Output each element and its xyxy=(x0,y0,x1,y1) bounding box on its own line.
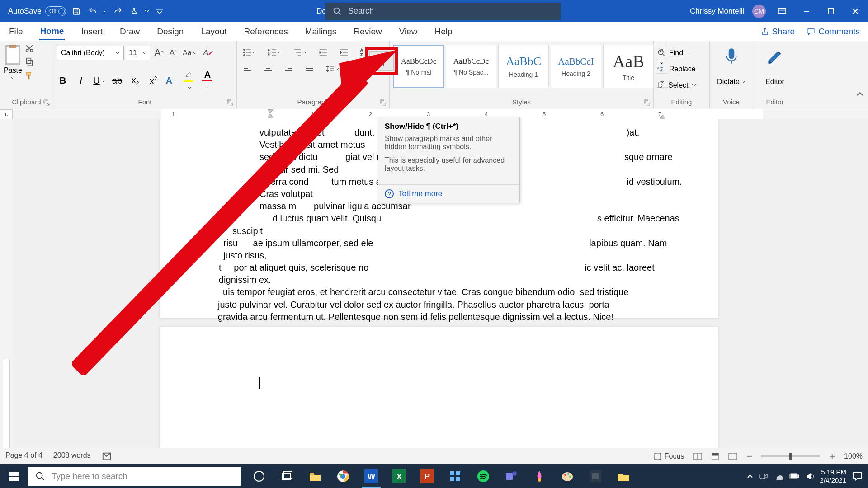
indent-marker-icon[interactable] xyxy=(267,108,274,118)
font-color-icon[interactable]: A xyxy=(202,70,213,92)
tab-draw[interactable]: Draw xyxy=(119,24,141,39)
clear-formatting-icon[interactable]: A xyxy=(201,46,216,60)
spelling-icon[interactable] xyxy=(102,451,112,461)
onedrive-icon[interactable] xyxy=(774,473,783,480)
select-button[interactable]: Select xyxy=(657,78,696,93)
web-layout-icon[interactable] xyxy=(728,452,737,460)
replace-button[interactable]: abReplace xyxy=(657,62,696,76)
style-nospacing[interactable]: AaBbCcDc¶ No Spac... xyxy=(446,45,496,88)
superscript-button[interactable]: x2 xyxy=(147,75,159,86)
tab-references[interactable]: References xyxy=(243,24,289,39)
file-explorer-icon[interactable] xyxy=(302,464,328,488)
paste-label[interactable]: Paste xyxy=(4,66,22,75)
search-box[interactable]: Search xyxy=(326,3,561,20)
zoom-level[interactable]: 100% xyxy=(844,452,863,460)
chevron-down-icon[interactable] xyxy=(145,9,149,14)
editor-icon[interactable] xyxy=(765,47,784,66)
print-layout-icon[interactable] xyxy=(711,452,719,460)
tab-insert[interactable]: Insert xyxy=(80,24,104,39)
dictate-icon[interactable] xyxy=(722,47,741,66)
grow-font-icon[interactable]: A^ xyxy=(152,46,165,60)
clock[interactable]: 5:19 PM 2/4/2021 xyxy=(820,468,846,484)
user-avatar[interactable]: CM xyxy=(752,5,766,18)
spotify-icon[interactable] xyxy=(470,464,496,488)
underline-button[interactable]: U xyxy=(93,75,105,86)
vertical-ruler[interactable] xyxy=(0,119,13,468)
right-indent-marker-icon[interactable] xyxy=(659,114,666,119)
minimize-icon[interactable] xyxy=(798,3,815,19)
highlight-icon[interactable] xyxy=(184,69,195,92)
tab-help[interactable]: Help xyxy=(434,24,453,39)
battery-icon[interactable] xyxy=(789,473,799,479)
ribbon-display-icon[interactable] xyxy=(774,3,790,19)
style-normal[interactable]: AaBbCcDc¶ Normal xyxy=(393,45,444,88)
comments-button[interactable]: Comments xyxy=(807,27,860,37)
strikethrough-button[interactable]: ab xyxy=(111,75,123,86)
text-effects-icon[interactable]: A xyxy=(165,75,177,86)
style-heading1[interactable]: AaBbCHeading 1 xyxy=(498,45,549,88)
touch-mode-icon[interactable] xyxy=(128,5,140,17)
save-icon[interactable] xyxy=(71,5,82,17)
tab-review[interactable]: Review xyxy=(353,24,382,39)
line-spacing-icon[interactable] xyxy=(324,62,342,75)
taskbar-search[interactable]: Type here to search xyxy=(28,467,241,486)
dialog-launcher-icon[interactable] xyxy=(643,99,651,106)
word-count[interactable]: 2008 words xyxy=(53,451,91,461)
read-mode-icon[interactable] xyxy=(693,452,702,460)
qat-customize-icon[interactable] xyxy=(154,5,165,17)
italic-button[interactable]: I xyxy=(75,75,87,86)
focus-mode-button[interactable]: Focus xyxy=(654,452,684,460)
meet-now-icon[interactable] xyxy=(760,472,768,480)
share-button[interactable]: Share xyxy=(761,27,795,37)
shading-icon[interactable] xyxy=(349,62,366,75)
chevron-down-icon[interactable] xyxy=(10,75,15,80)
format-painter-icon[interactable] xyxy=(25,71,34,80)
chrome-icon[interactable] xyxy=(330,464,356,488)
align-right-icon[interactable] xyxy=(282,62,296,75)
tell-me-more-link[interactable]: ? Tell me more xyxy=(378,184,519,203)
tab-selector[interactable]: L xyxy=(0,109,13,119)
word-icon[interactable]: W xyxy=(358,464,384,488)
numbering-icon[interactable]: 123 xyxy=(266,46,284,59)
start-button[interactable] xyxy=(0,464,28,488)
tab-layout[interactable]: Layout xyxy=(200,24,227,39)
app-icon[interactable] xyxy=(582,464,609,488)
style-heading2[interactable]: AaBbCcIHeading 2 xyxy=(551,45,601,88)
show-hide-paragraph-button[interactable] xyxy=(365,47,398,75)
volume-icon[interactable] xyxy=(806,472,814,480)
paint3d-icon[interactable] xyxy=(526,464,552,488)
redo-icon[interactable] xyxy=(112,5,124,17)
page[interactable] xyxy=(160,327,718,468)
align-left-icon[interactable] xyxy=(241,62,254,75)
shrink-font-icon[interactable]: Aˇ xyxy=(167,46,179,60)
cortana-icon[interactable] xyxy=(246,464,272,488)
increase-indent-icon[interactable] xyxy=(337,46,351,59)
style-title[interactable]: AaBTitle xyxy=(603,45,654,88)
paste-icon[interactable] xyxy=(4,44,22,66)
decrease-indent-icon[interactable] xyxy=(316,46,330,59)
styles-gallery[interactable]: AaBbCcDc¶ Normal AaBbCcDc¶ No Spac... Aa… xyxy=(393,45,668,88)
folder-icon[interactable] xyxy=(610,464,637,488)
find-button[interactable]: Find xyxy=(657,46,691,60)
zoom-in-button[interactable]: + xyxy=(829,450,835,462)
close-icon[interactable] xyxy=(847,3,863,19)
excel-icon[interactable]: X xyxy=(386,464,412,488)
subscript-button[interactable]: x2 xyxy=(129,75,141,87)
tray-chevron-icon[interactable] xyxy=(747,473,753,479)
zoom-out-button[interactable]: − xyxy=(746,450,752,462)
user-name[interactable]: Chrissy Montelli xyxy=(690,7,744,16)
align-center-icon[interactable] xyxy=(261,62,275,75)
tab-home[interactable]: Home xyxy=(39,23,65,40)
tab-file[interactable]: File xyxy=(8,24,24,39)
maximize-icon[interactable] xyxy=(823,3,839,19)
notifications-icon[interactable] xyxy=(853,472,863,481)
justify-icon[interactable] xyxy=(303,62,316,75)
undo-icon[interactable] xyxy=(87,5,99,17)
multilevel-list-icon[interactable] xyxy=(291,46,309,59)
tab-view[interactable]: View xyxy=(398,24,419,39)
tab-mailings[interactable]: Mailings xyxy=(304,24,338,39)
calculator-icon[interactable] xyxy=(442,464,468,488)
dialog-launcher-icon[interactable] xyxy=(43,99,50,106)
dialog-launcher-icon[interactable] xyxy=(379,99,387,106)
paint-icon[interactable] xyxy=(554,464,580,488)
